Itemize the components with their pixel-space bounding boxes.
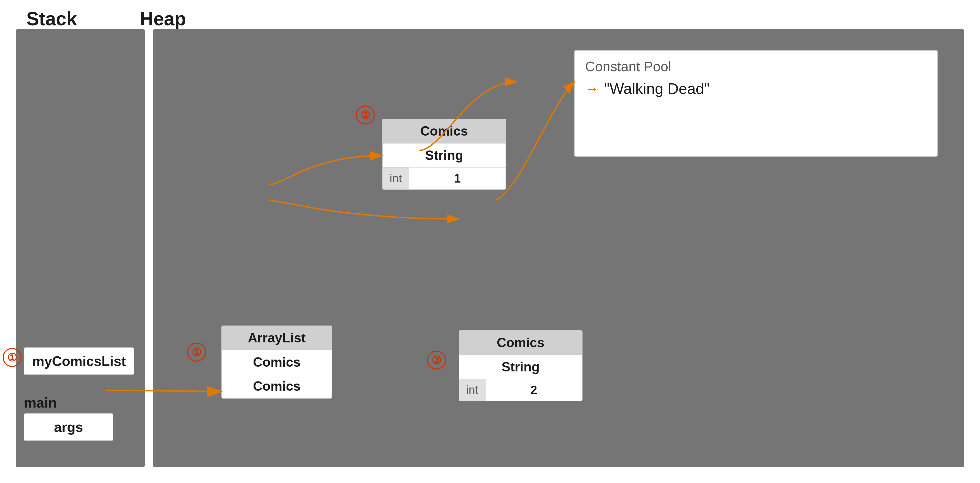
badge-3-heap: ③ — [427, 351, 446, 370]
arraylist-object: ArrayList Comics Comics — [221, 325, 332, 399]
cp-arrow: → — [585, 81, 599, 97]
comics1-int-value: 1 — [409, 167, 506, 189]
comics1-header: Comics — [383, 119, 506, 143]
comics1-int-label: int — [383, 167, 409, 189]
comics2-header: Comics — [459, 331, 582, 355]
badge-1-stack: ① — [3, 348, 22, 367]
arrow-comics2-to-cp — [496, 82, 574, 201]
badge-1-heap: ① — [187, 343, 206, 362]
mycomicslist-box: myComicsList — [24, 348, 134, 375]
arrow-arraylist-to-comics1 — [269, 156, 382, 185]
walking-dead-value: "Walking Dead" — [604, 80, 710, 97]
constant-pool-value: → "Walking Dead" — [585, 80, 927, 97]
constant-pool-inner: → "Walking Dead" — [585, 80, 927, 148]
comics2-string-row: String — [459, 355, 582, 379]
arraylist-header: ArrayList — [222, 326, 332, 350]
mycomicslist-group: myComicsList — [24, 348, 134, 375]
comics2-int-row: int 2 — [459, 379, 582, 401]
arrow-arraylist-to-comics2 — [269, 201, 459, 219]
badge-2-heap: ② — [356, 105, 375, 124]
comics1-int-row: int 1 — [383, 167, 506, 189]
stack-label: Stack — [26, 8, 77, 30]
comics-object-2: Comics String int 2 — [459, 330, 582, 401]
arraylist-row-2: Comics — [222, 374, 332, 398]
main-label: main — [24, 394, 113, 411]
comics2-int-label: int — [459, 379, 485, 401]
constant-pool-label: Constant Pool — [585, 59, 927, 74]
arraylist-row-1: Comics — [222, 350, 332, 374]
stack-panel: main args myComicsList ① — [16, 29, 145, 467]
comics-object-1: Comics String int 1 — [382, 119, 506, 190]
heap-panel: Constant Pool → "Walking Dead" ArrayList… — [153, 29, 964, 467]
heap-label: Heap — [140, 8, 186, 30]
constant-pool: Constant Pool → "Walking Dead" — [574, 50, 938, 157]
args-box: args — [24, 413, 113, 441]
comics2-int-value: 2 — [485, 379, 582, 401]
main-label-group: main args — [24, 394, 113, 441]
comics1-string-row: String — [383, 143, 506, 167]
